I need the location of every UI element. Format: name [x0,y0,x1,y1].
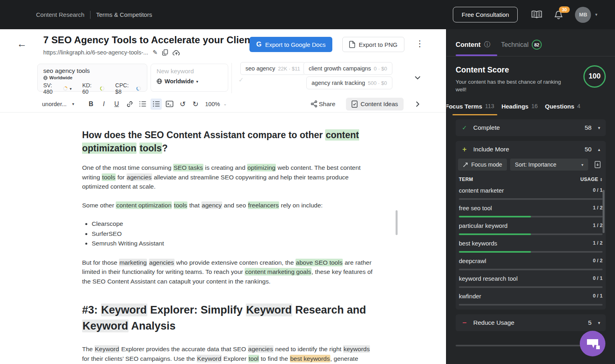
link-button[interactable] [123,101,136,108]
export-png-button[interactable]: Export to PNG [342,37,404,52]
terms-list: content marketer0 / 1free seo tool1 / 2p… [456,182,606,306]
copy-url-icon[interactable] [162,49,168,56]
term-row[interactable]: kwfinder0 / 1 [456,288,606,306]
account-menu-caret-icon[interactable]: ▾ [595,12,597,17]
cpc-gauge-icon [136,86,141,91]
term-usage-bar [459,304,603,306]
tab-content[interactable]: Content [456,41,480,48]
sort-caret-icon: ▾ [581,163,583,167]
sidebar-bottom-scrollbar[interactable] [456,345,582,346]
focus-mode-button[interactable]: Focus mode [458,159,507,171]
cpc-stat: CPC: $8 [115,82,141,95]
info-icon[interactable]: ⓘ [484,40,490,49]
tab-technical[interactable]: Technical [501,41,529,48]
back-button[interactable]: ← [17,39,27,49]
primary-keyword-card[interactable]: seo agency tools Worldwide SV: 480 ▾ [37,64,147,92]
term-row[interactable]: deepcrawl0 / 2 [456,253,606,270]
chat-widget-handle [596,346,600,349]
doc-block-ul: ClearscopeSurferSEOSemrush Writing Assis… [92,219,376,249]
term-usage: 0 / 2 [593,258,603,263]
code-block-button[interactable] [163,101,176,107]
chevron-down-icon: ▾ [598,125,600,131]
include-more-section: + Include More 50 ▴ Focus mode Sort: Imp… [456,141,606,310]
sidebar-divider [446,56,615,56]
export-google-docs-button[interactable]: G Export to Google Docs [249,37,332,52]
nav-divider [90,11,90,19]
edit-url-icon[interactable]: ✎ [153,49,158,56]
editor-toolbar: unorder...▾ B I U ↺ ↻ 100%⌄ [0,96,446,113]
reduce-usage-count: 5 [588,319,592,326]
bold-button[interactable]: B [84,101,97,108]
keyword-chip[interactable]: seo agency22K · $11 [240,62,305,75]
subtab-headings[interactable]: Headings16 [501,103,538,110]
italic-button[interactable]: I [97,101,110,108]
keyword-chip[interactable]: client growth campaigns0 · $0 [303,62,392,75]
document-url[interactable]: https://linkgraph.io/6-seo-agency-tools-… [43,49,148,56]
terms-scrollbar[interactable] [603,190,605,233]
term-row[interactable]: best keywords1 / 2 [456,235,606,253]
chevron-down-icon: ▾ [598,320,600,326]
minus-icon: − [461,319,468,327]
subtab-focus-terms[interactable]: Focus Terms113 [446,103,494,110]
search-volume-stat[interactable]: SV: 480 ▾ [43,82,72,95]
subtab-questions[interactable]: Questions4 [545,103,580,110]
term-name: deepcrawl [459,257,486,264]
underline-button[interactable]: U [110,101,123,108]
content-score-subtitle: Your content has the best chance of rank… [456,78,565,93]
chat-widget-button[interactable] [580,331,605,356]
free-consultation-button[interactable]: Free Consultation [453,7,518,22]
term-usage: 0 / 1 [593,293,603,299]
reduce-usage-section[interactable]: − Reduce Usage 5 ▾ [456,314,606,331]
term-usage: 1 / 2 [593,205,603,211]
redo-button[interactable]: ↻ [189,100,202,108]
term-row[interactable]: keyword research tool0 / 1 [456,270,606,288]
zoom-select[interactable]: 100%⌄ [205,101,227,107]
unordered-list-button[interactable] [151,99,162,110]
term-row[interactable]: content marketer0 / 1 [456,182,606,200]
more-options-icon[interactable]: ⋮ [416,39,424,48]
term-usage: 1 / 2 [593,223,603,228]
term-usage: 0 / 1 [593,187,603,193]
keyword-chip[interactable]: agency rank tracking500 · $0 [306,76,392,89]
share-button[interactable]: Share [310,100,335,108]
nav-terms-competitors[interactable]: Terms & Competitors [96,11,152,18]
confirm-keyword-check-icon[interactable]: ✓ [239,76,244,84]
new-keyword-card: New keyword Worldwide ▾ ✓ [151,64,228,92]
keyword-bar: seo agency tools Worldwide SV: 480 ▾ [0,64,446,96]
term-name: particular keyword [459,222,508,229]
region-caret-icon: ▾ [196,79,198,84]
complete-section[interactable]: ✓ Complete 58 ▾ [456,119,606,136]
share-icon [310,100,318,108]
term-usage: 1 / 2 [593,240,603,246]
toolbar-next-chevron-icon[interactable] [414,101,421,108]
notification-badge: 30 [559,6,569,13]
term-row[interactable]: particular keyword1 / 2 [456,217,606,235]
new-keyword-input[interactable]: New keyword [157,68,222,75]
editor-scrollbar[interactable] [396,210,398,235]
check-icon: ✓ [461,124,468,131]
sort-dropdown[interactable]: Sort: Importance ▾ [510,159,588,171]
ordered-list-button[interactable] [136,101,149,107]
notifications-bell[interactable]: 30 [554,10,563,20]
term-name: free seo tool [459,205,492,211]
format-dropdown[interactable]: unorder...▾ [42,101,74,107]
usage-sort-header[interactable]: USAGE ▲▼ [580,177,603,182]
nav-content-research[interactable]: Content Research [36,11,84,18]
undo-button[interactable]: ↺ [176,100,189,108]
avatar[interactable]: MB [575,7,591,23]
new-keyword-region-select[interactable]: Worldwide ▾ [157,78,222,84]
knowledge-base-icon[interactable] [531,10,542,19]
export-terms-button[interactable] [591,159,603,171]
term-column-header: TERM [459,177,473,182]
content-ideas-button[interactable]: Content Ideas [346,98,404,111]
sv-caret-icon: ▾ [70,86,72,91]
include-more-header[interactable]: + Include More 50 ▴ [456,141,606,158]
cloud-upload-icon[interactable] [173,50,180,56]
doc-block-h3: How does the SEO Content Assistant compa… [82,129,376,155]
plus-icon: + [461,145,468,154]
globe-icon [157,78,162,84]
document-editor[interactable]: How does the SEO Content Assistant compa… [0,113,376,364]
term-row[interactable]: free seo tool1 / 2 [456,200,606,217]
sort-arrows-icon: ▲▼ [600,177,603,181]
expand-keywords-chevron-icon[interactable] [413,73,422,82]
